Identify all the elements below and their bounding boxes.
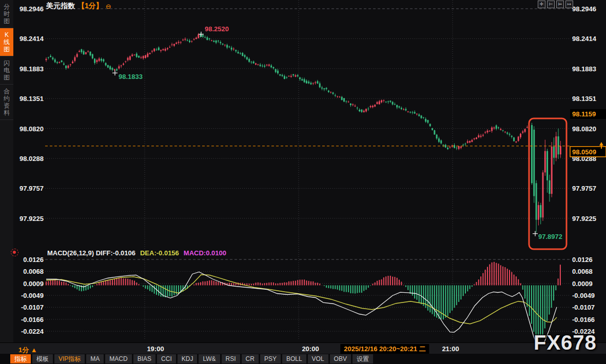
toolbar-button-RSI[interactable]: RSI [222, 354, 240, 363]
toolbar-button-LW&[interactable]: LW& [199, 354, 220, 363]
toolbar-button-BOLL[interactable]: BOLL [282, 354, 306, 363]
candle-body [377, 102, 378, 104]
toolbar-button-KDJ[interactable]: KDJ [178, 354, 198, 363]
selected-candle-time-label: 2025/12/16 20:20~20:21 二 [340, 344, 429, 354]
candle-body [460, 147, 462, 148]
candle-body [337, 96, 338, 97]
crash-low-label: 97.8972 [538, 233, 562, 240]
candle-body [242, 53, 243, 56]
x-axis-scale-icon[interactable]: ⊨ [556, 1, 564, 8]
candle-body [109, 66, 111, 69]
price-axis-label-left: 98.2946 [19, 5, 44, 13]
candle-body [147, 54, 148, 57]
candle-body [253, 62, 255, 64]
candle-body [244, 55, 246, 57]
candle-body [469, 141, 471, 143]
candle-body [480, 136, 482, 137]
price-axis-label-left: 98.0288 [19, 155, 44, 163]
toolbar-button-BIAS[interactable]: BIAS [133, 354, 155, 363]
candle-body [474, 138, 475, 139]
candle-body [553, 147, 555, 158]
candle-body [357, 108, 358, 108]
candle-body [153, 49, 155, 51]
candle-body [171, 45, 173, 45]
sidebar-tab-1[interactable]: 分 时 图 [0, 0, 13, 28]
sidebar-tab-2[interactable]: K 线 图 [0, 28, 13, 56]
bottom-toolbar-band: 指标模板VIP指标MAMACDBIASCCIKDJLW&RSICRPSYBOLL… [0, 354, 606, 364]
candle-body [496, 126, 497, 129]
candle-body [116, 69, 118, 70]
candle-body [515, 141, 517, 143]
y-axis-scale-icon[interactable]: ⊢ [547, 1, 555, 8]
candle-body [138, 56, 140, 57]
candle-body [81, 49, 82, 52]
candle-body [361, 110, 362, 112]
candle-body [156, 50, 158, 50]
candle-body [520, 134, 521, 137]
candle-body [401, 108, 402, 109]
candle-body [536, 183, 537, 219]
candle-body [409, 112, 411, 112]
chart-canvas[interactable]: 98.294698.294698.241498.241498.188398.18… [0, 0, 606, 364]
candle-body [262, 66, 263, 66]
candle-body [125, 61, 126, 62]
collapse-icon[interactable]: ⊖ [106, 3, 111, 10]
candle-body [87, 51, 89, 52]
candle-body [348, 102, 349, 102]
price-axis-label-right: 98.1351 [572, 95, 596, 103]
candle-body [335, 95, 336, 96]
candle-body [513, 137, 515, 141]
price-axis-label-left: 97.9757 [19, 185, 44, 192]
current-price-label: 98.0509 [572, 148, 596, 156]
toolbar-button-OBV[interactable]: OBV [330, 354, 351, 363]
move-icon[interactable]: ✛ [538, 1, 545, 8]
indicator-toolbar: 指标模板VIP指标MAMACDBIASCCIKDJLW&RSICRPSYBOLL… [10, 354, 373, 363]
candle-body [387, 102, 389, 102]
sidebar-tab-3[interactable]: 闪 电 图 [0, 56, 13, 85]
candle-body [531, 125, 533, 183]
toolbar-button-模板[interactable]: 模板 [32, 354, 53, 363]
toolbar-button-MACD[interactable]: MACD [105, 354, 131, 363]
candle-body [392, 102, 394, 105]
candle-body [341, 97, 343, 100]
price-axis-label-right: 98.2946 [572, 5, 596, 13]
session-high-label: 98.2520 [205, 25, 229, 33]
macd-axis-label-right: 0.0126 [572, 256, 593, 264]
macd-dea-value: DEA:-0.0156 [140, 249, 179, 257]
sidebar-tab-4[interactable]: 合 约 资 料 [0, 85, 13, 120]
toolbar-button-MA[interactable]: MA [86, 354, 104, 363]
macd-axis-label-left: 0.0068 [23, 268, 44, 275]
toolbar-button-CCI[interactable]: CCI [157, 354, 176, 363]
toolbar-button-CR[interactable]: CR [242, 354, 259, 363]
toolbar-button-VIP指标[interactable]: VIP指标 [54, 354, 85, 363]
candle-body [385, 102, 387, 102]
candle-body [551, 147, 553, 194]
chart-title-bar: 美元指数 【1分】 ⊖ [46, 2, 111, 11]
candle-body [524, 129, 526, 132]
candle-body [443, 145, 444, 145]
candle-body [560, 146, 561, 154]
toolbar-button-指标[interactable]: 指标 [10, 354, 31, 363]
toolbar-button-VOL[interactable]: VOL [308, 354, 328, 363]
candle-body [266, 65, 268, 65]
candle-body [231, 48, 232, 50]
candle-body [206, 37, 208, 40]
candle-body [533, 130, 535, 196]
candle-body [182, 39, 184, 40]
candle-body [372, 106, 374, 107]
early-low-label: 98.1833 [119, 73, 143, 80]
candle-body [65, 66, 67, 68]
candle-body [522, 131, 523, 132]
reset-view-icon[interactable]: ↦ [565, 1, 573, 8]
candle-body [184, 39, 186, 40]
candle-body [211, 41, 212, 41]
candle-body [414, 112, 416, 113]
candle-body [191, 41, 192, 42]
macd-params-diff-value: MACD(26,12,9) DIFF:-0.0106 [47, 249, 135, 257]
candle-body [326, 88, 327, 89]
toolbar-button-PSY[interactable]: PSY [260, 354, 281, 363]
candle-body [204, 37, 206, 38]
dea-line [46, 275, 557, 324]
candle-body [489, 131, 491, 131]
toolbar-button-settings[interactable]: 设置 [353, 354, 373, 363]
